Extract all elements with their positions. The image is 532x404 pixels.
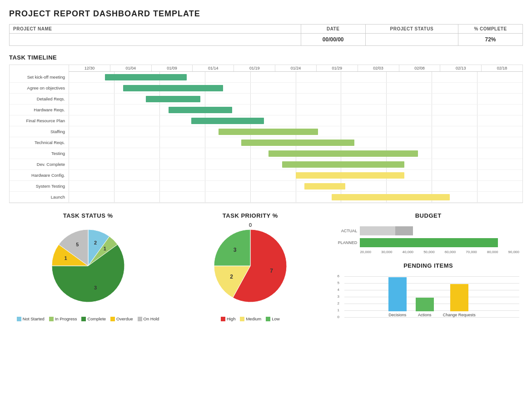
priority-slice	[214, 229, 250, 266]
gantt-gridline	[205, 94, 205, 104]
legend-label: Complete	[87, 316, 106, 321]
priority-legend-item: Low	[266, 316, 279, 321]
gantt-gridline	[522, 159, 523, 170]
gantt-gridline	[205, 170, 205, 180]
priority-legend-label: Medium	[246, 316, 261, 321]
budget-planned-bar	[360, 238, 498, 247]
gantt-track	[69, 72, 522, 82]
budget-axis-tick: 60,000	[445, 250, 456, 254]
gantt-bar	[146, 96, 200, 102]
gantt-track	[69, 148, 522, 159]
gantt-gridline	[477, 105, 477, 115]
legend-item: On Hold	[138, 316, 159, 321]
gantt-gridline	[477, 137, 477, 148]
gantt-gridline	[205, 159, 205, 170]
gantt-gridline	[250, 148, 251, 159]
gantt-task-row: Detailed Reqs.	[10, 94, 522, 105]
gantt-gridline	[477, 115, 477, 126]
gantt-gridline	[250, 83, 251, 93]
gantt-gridline	[114, 192, 114, 202]
gantt-gridline	[69, 115, 69, 126]
gantt-track	[69, 137, 522, 148]
task-priority-title: TASK PRIORITY %	[171, 212, 329, 219]
gantt-gridline	[296, 192, 296, 202]
legend-item: Complete	[81, 316, 106, 321]
gantt-track	[69, 159, 522, 170]
gantt-gridline	[114, 83, 114, 93]
pie-label: 5	[76, 242, 79, 247]
pie-label: 3	[94, 285, 97, 290]
gantt-gridline	[69, 83, 69, 93]
project-name-value[interactable]	[10, 34, 301, 45]
gantt-gridline	[159, 159, 160, 170]
gantt-gridline	[386, 83, 387, 93]
priority-legend-item: Medium	[240, 316, 261, 321]
gantt-gridline	[205, 72, 205, 82]
gantt-task-label: Final Resource Plan	[10, 118, 69, 123]
gantt-gridline	[522, 94, 523, 104]
gantt-tick: 01/29	[316, 65, 358, 71]
gantt-gridline	[522, 170, 523, 180]
col-header-status: PROJECT STATUS	[365, 25, 458, 33]
gantt-gridline	[477, 126, 477, 137]
gantt-tick: 01/14	[192, 65, 234, 71]
task-status-title: TASK STATUS %	[9, 212, 167, 219]
gantt-gridline	[114, 94, 114, 104]
gantt-gridline	[205, 126, 205, 137]
gantt-body: Set kick-off meetingAgree on objectivesD…	[10, 72, 522, 203]
gantt-track	[69, 170, 522, 180]
legend-color	[49, 317, 54, 321]
pending-chart: PENDING ITEMS 6543210DecisionsActionsCha…	[333, 262, 523, 321]
pie-label: 2	[94, 240, 97, 245]
legend-color	[17, 317, 21, 321]
gantt-gridline	[69, 137, 69, 148]
gantt-gridline	[522, 148, 523, 159]
pending-bars: 6543210DecisionsActionsChange Requests	[333, 273, 523, 321]
gantt-tick: 01/09	[151, 65, 193, 71]
main-title: PROJECT REPORT DASHBOARD TEMPLATE	[9, 9, 523, 19]
budget-actual-bar-container	[360, 226, 519, 235]
gantt-gridline	[522, 192, 523, 202]
budget-axis-tick: 20,000	[360, 250, 371, 254]
legend-item: Not Started	[17, 316, 45, 321]
gantt-gridline	[432, 126, 432, 137]
gantt-track	[69, 94, 522, 104]
gantt-task-label: Agree on objectives	[10, 85, 69, 90]
gantt-gridline	[386, 94, 387, 104]
priority-legend-color	[240, 317, 244, 321]
legend-label: Overdue	[116, 316, 133, 321]
gantt-gridline	[477, 148, 477, 159]
budget-axis-tick: 80,000	[487, 250, 498, 254]
bottom-row: TASK STATUS % 21315 Not StartedIn Progre…	[9, 212, 523, 321]
gantt-gridline	[522, 126, 523, 137]
gantt-task-row: Staffing	[10, 126, 522, 137]
legend-color	[81, 317, 86, 321]
gantt-gridline	[205, 181, 205, 191]
pie-label: 1	[64, 255, 67, 261]
gantt-gridline	[159, 170, 160, 180]
task-status-chart: TASK STATUS % 21315 Not StartedIn Progre…	[9, 212, 167, 321]
priority-pie-svg: 7230	[200, 223, 300, 314]
gantt-task-row: Agree on objectives	[10, 83, 522, 94]
gantt-task-row: System Testing	[10, 181, 522, 192]
gantt-gridline	[386, 137, 387, 148]
gantt-gridline	[432, 148, 432, 159]
gantt-gridline	[114, 115, 114, 126]
gantt-task-label: Staffing	[10, 129, 69, 134]
priority-legend-label: Low	[272, 316, 279, 321]
pending-bar-col: Actions	[416, 298, 434, 317]
legend-color	[110, 317, 115, 321]
gantt-task-row: Hardware Config.	[10, 170, 522, 181]
pie-label: 1	[103, 246, 106, 251]
gantt-gridline	[159, 137, 160, 148]
gantt-task-label: System Testing	[10, 184, 69, 189]
gantt-gridline	[386, 115, 387, 126]
gantt-gridline	[477, 192, 477, 202]
gantt-tick: 01/24	[275, 65, 316, 71]
gantt-gridline	[296, 72, 296, 82]
gantt-gridline	[69, 148, 69, 159]
pending-y-label: 4	[337, 288, 339, 292]
pending-bar-label: Change Requests	[443, 313, 476, 317]
pending-bar-col: Change Requests	[443, 284, 476, 317]
gantt-gridline	[114, 181, 114, 191]
